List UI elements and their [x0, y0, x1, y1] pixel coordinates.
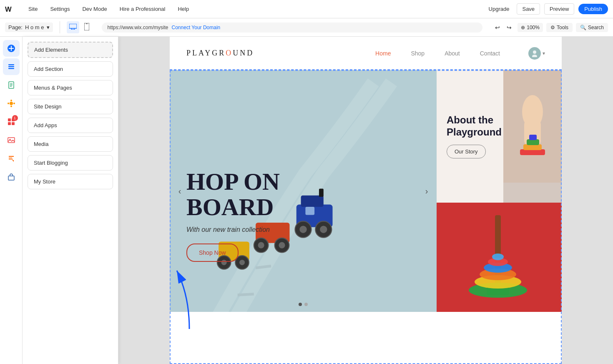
start-blogging-item[interactable]: Start Blogging	[28, 155, 113, 171]
save-button[interactable]: Save	[517, 3, 540, 15]
hero-section: HOP ON BOARD With our new train collecti…	[170, 70, 562, 312]
top-navigation: W Site Settings Dev Mode Hire a Professi…	[0, 0, 613, 18]
sidebar-store-icon[interactable]	[3, 168, 20, 185]
url-bar[interactable]: https://www.wix.com/mysite Connect Your …	[102, 23, 483, 33]
logo-highlight: O	[226, 49, 233, 57]
left-panel: Add Elements Add Section Menus & Pages S…	[23, 37, 118, 364]
desktop-device-button[interactable]	[67, 21, 79, 33]
add-elements-label: Add Elements	[34, 47, 68, 53]
slideshow-dot-1[interactable]	[299, 303, 302, 306]
nav-about[interactable]: About	[445, 50, 460, 57]
site-design-label: Site Design	[34, 103, 61, 110]
site-header: PLAYGROUND Home Shop About Contact ▾	[170, 37, 562, 70]
zoom-level: 100%	[527, 25, 540, 30]
svg-rect-25	[12, 122, 15, 125]
canvas-area: PLAYGROUND Home Shop About Contact ▾	[118, 37, 613, 364]
sidebar-layers-icon[interactable]	[3, 58, 20, 75]
nav-devmode[interactable]: Dev Mode	[80, 4, 109, 14]
our-story-button[interactable]: Our Story	[447, 145, 486, 158]
search-icon: 🔍	[580, 25, 586, 30]
svg-rect-36	[301, 196, 324, 207]
menus-pages-label: Menus & Pages	[34, 85, 72, 91]
hero-text-block: HOP ON BOARD With our new train collecti…	[186, 169, 280, 262]
zoom-icon: ⊕	[521, 25, 525, 30]
search-button[interactable]: 🔍 Search	[576, 23, 608, 32]
sidebar-design-icon[interactable]	[3, 95, 20, 112]
about-panel: About the Playground Our Story	[437, 70, 562, 203]
svg-point-40	[320, 226, 327, 233]
svg-rect-22	[8, 118, 11, 121]
zoom-control[interactable]: ⊕ 100%	[518, 23, 543, 32]
svg-line-34	[256, 266, 271, 268]
hero-right-panels: About the Playground Our Story	[437, 70, 562, 312]
chevron-down-icon: ▾	[47, 24, 50, 30]
svg-point-18	[10, 100, 12, 101]
mobile-device-button[interactable]	[82, 21, 92, 33]
menus-pages-item[interactable]: Menus & Pages	[28, 80, 113, 95]
svg-point-19	[10, 105, 12, 107]
hero-cta-button[interactable]: Shop Now	[186, 244, 239, 262]
page-selector[interactable]: Page: H o m e ▾	[5, 23, 53, 32]
page-label: Page:	[8, 24, 23, 30]
hero-subtitle: With our new train collection	[186, 226, 280, 233]
undo-button[interactable]: ↩	[492, 23, 502, 33]
media-item[interactable]: Media	[28, 136, 113, 152]
add-section-label: Add Section	[34, 66, 63, 72]
slideshow-dot-2[interactable]	[304, 303, 308, 306]
toolbar-right: ↩ ↪ ⊕ 100% ⚙ Tools 🔍 Search	[492, 23, 608, 33]
tools-icon: ⚙	[550, 25, 555, 30]
website-preview: PLAYGROUND Home Shop About Contact ▾	[170, 37, 562, 364]
user-dropdown-icon: ▾	[543, 50, 545, 56]
svg-rect-10	[8, 64, 14, 65]
preview-button[interactable]: Preview	[544, 3, 574, 15]
svg-rect-24	[8, 122, 11, 125]
start-blogging-label: Start Blogging	[34, 160, 68, 166]
url-text: https://www.wix.com/mysite	[108, 25, 168, 30]
about-title-line2: Playground	[447, 126, 552, 138]
site-navigation: Home Shop About Contact ▾	[375, 47, 545, 60]
add-section-item[interactable]: Add Section	[28, 61, 113, 77]
nav-site[interactable]: Site	[26, 4, 40, 14]
slideshow-next-button[interactable]: ›	[420, 184, 433, 198]
nav-help[interactable]: Help	[175, 4, 191, 14]
hero-title-line2: BOARD	[186, 195, 280, 220]
sidebar-add-icon[interactable]	[3, 40, 20, 57]
nav-shop[interactable]: Shop	[411, 50, 425, 57]
svg-point-38	[299, 226, 306, 233]
sidebar-pages-icon[interactable]	[3, 77, 20, 93]
add-elements-item[interactable]: Add Elements	[28, 42, 113, 58]
tools-button[interactable]: ⚙ Tools	[546, 23, 573, 32]
sidebar-media-icon[interactable]	[3, 132, 20, 148]
hero-slideshow: HOP ON BOARD With our new train collecti…	[170, 70, 437, 312]
svg-point-21	[13, 103, 15, 104]
redo-button[interactable]: ↪	[504, 23, 514, 33]
device-switcher	[60, 21, 92, 33]
nav-hire[interactable]: Hire a Professional	[117, 4, 168, 14]
nav-settings[interactable]: Settings	[48, 4, 72, 14]
svg-rect-41	[305, 207, 314, 215]
svg-point-17	[10, 102, 13, 105]
page-name: H o m e	[25, 24, 44, 30]
site-design-item[interactable]: Site Design	[28, 99, 113, 114]
add-apps-label: Add Apps	[34, 122, 57, 128]
hero-title: HOP ON BOARD	[186, 169, 280, 220]
about-title: About the Playground	[447, 114, 552, 138]
svg-rect-1	[69, 24, 77, 28]
connect-domain-link[interactable]: Connect Your Domain	[172, 25, 221, 30]
sidebar-blog-icon[interactable]	[3, 150, 20, 167]
my-store-item[interactable]: My Store	[28, 174, 113, 189]
slideshow-dots	[299, 303, 308, 306]
svg-line-33	[238, 294, 254, 295]
media-label: Media	[34, 141, 48, 147]
nav-home[interactable]: Home	[375, 50, 391, 57]
add-apps-item[interactable]: Add Apps	[28, 118, 113, 133]
tools-label: Tools	[557, 25, 568, 30]
svg-point-20	[8, 103, 9, 104]
publish-button[interactable]: Publish	[578, 4, 608, 14]
upgrade-button[interactable]: Upgrade	[485, 4, 513, 14]
slideshow-prev-button[interactable]: ‹	[173, 184, 186, 198]
nav-contact[interactable]: Contact	[480, 50, 500, 57]
toys-panel	[437, 203, 562, 312]
user-menu[interactable]: ▾	[528, 47, 545, 60]
sidebar-apps-icon[interactable]: 1	[3, 113, 20, 130]
